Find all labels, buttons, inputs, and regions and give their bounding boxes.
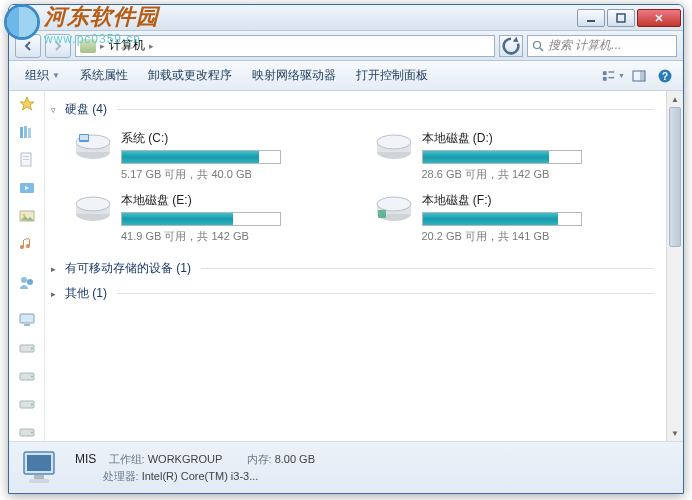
svg-point-29 [31, 404, 33, 406]
svg-rect-3 [603, 71, 607, 75]
drive-capacity-bar [422, 212, 582, 226]
view-options-button[interactable]: ▼ [601, 65, 625, 87]
drive-name: 系统 (C:) [121, 130, 350, 147]
collapse-arrow-icon: ▿ [51, 105, 61, 115]
memory-label: 内存: [247, 453, 272, 465]
drive-status: 41.9 GB 可用，共 142 GB [121, 229, 350, 244]
group-header-hdd[interactable]: ▿ 硬盘 (4) [49, 97, 656, 122]
computer-tree-icon[interactable] [17, 311, 37, 329]
svg-point-21 [27, 279, 33, 285]
crumb-sep-icon: ▸ [100, 41, 105, 51]
scroll-thumb[interactable] [669, 107, 681, 247]
group-label: 有可移动存储的设备 (1) [65, 260, 191, 277]
group-label: 其他 (1) [65, 285, 107, 302]
search-icon [532, 40, 544, 52]
help-button[interactable]: ? [653, 65, 677, 87]
map-network-drive-button[interactable]: 映射网络驱动器 [242, 63, 346, 88]
system-properties-button[interactable]: 系统属性 [70, 63, 138, 88]
uninstall-programs-button[interactable]: 卸载或更改程序 [138, 63, 242, 88]
drive-name: 本地磁盘 (D:) [422, 130, 651, 147]
svg-rect-50 [27, 455, 51, 471]
homegroup-icon[interactable] [17, 273, 37, 291]
breadcrumb-computer[interactable]: 计算机 [109, 37, 145, 54]
workgroup-value: WORKGROUP [148, 453, 222, 465]
svg-rect-16 [23, 159, 29, 160]
svg-rect-0 [587, 20, 595, 22]
svg-point-27 [31, 376, 33, 378]
group-divider [201, 268, 654, 269]
drive-name: 本地磁盘 (F:) [422, 192, 651, 209]
drive-capacity-bar [422, 150, 582, 164]
hdd-icon [73, 130, 113, 162]
drive-f-icon[interactable] [17, 423, 37, 441]
search-placeholder: 搜索 计算机... [548, 37, 621, 54]
group-divider [117, 109, 654, 110]
music-icon[interactable] [17, 235, 37, 253]
drive-item-e[interactable]: 本地磁盘 (E:) 41.9 GB 可用，共 142 GB [71, 190, 352, 246]
close-button[interactable] [637, 9, 681, 27]
drive-capacity-bar [121, 212, 281, 226]
scroll-down-arrow-icon[interactable]: ▼ [667, 425, 683, 441]
drive-status: 28.6 GB 可用，共 142 GB [422, 167, 651, 182]
videos-icon[interactable] [17, 179, 37, 197]
libraries-icon[interactable] [17, 123, 37, 141]
maximize-button[interactable] [607, 9, 635, 27]
svg-rect-4 [609, 71, 615, 72]
svg-text:?: ? [662, 70, 668, 81]
group-header-other[interactable]: ▸ 其他 (1) [49, 281, 656, 306]
scroll-up-arrow-icon[interactable]: ▲ [667, 91, 683, 107]
svg-rect-13 [28, 128, 31, 138]
computer-large-icon [19, 448, 63, 488]
minimize-button[interactable] [577, 9, 605, 27]
details-text: MIS 工作组: WORKGROUP 内存: 8.00 GB 处理器: Inte… [75, 450, 315, 485]
body: ▿ 硬盘 (4) 系统 (C:) 5.17 GB 可用，共 40.0 GB [9, 91, 683, 441]
group-label: 硬盘 (4) [65, 101, 107, 118]
cpu-value: Intel(R) Core(TM) i3-3... [142, 470, 259, 482]
search-input[interactable]: 搜索 计算机... [527, 35, 677, 57]
hdd-icon [73, 192, 113, 224]
drive-capacity-bar [121, 150, 281, 164]
drive-name: 本地磁盘 (E:) [121, 192, 350, 209]
svg-rect-38 [80, 135, 88, 140]
chevron-down-icon: ▼ [618, 72, 625, 79]
preview-pane-button[interactable] [627, 65, 651, 87]
drive-item-c[interactable]: 系统 (C:) 5.17 GB 可用，共 40.0 GB [71, 128, 352, 184]
titlebar [9, 5, 683, 31]
svg-point-20 [21, 277, 27, 283]
computer-name: MIS [75, 452, 96, 466]
svg-rect-48 [378, 210, 386, 218]
nav-back-button[interactable] [15, 34, 41, 58]
drive-status: 5.17 GB 可用，共 40.0 GB [121, 167, 350, 182]
svg-rect-1 [617, 14, 625, 22]
content-scroll[interactable]: ▿ 硬盘 (4) 系统 (C:) 5.17 GB 可用，共 40.0 GB [45, 91, 666, 441]
chevron-down-icon: ▼ [52, 71, 60, 80]
documents-icon[interactable] [17, 151, 37, 169]
drive-item-f[interactable]: 本地磁盘 (F:) 20.2 GB 可用，共 141 GB [372, 190, 653, 246]
group-header-removable[interactable]: ▸ 有可移动存储的设备 (1) [49, 256, 656, 281]
svg-rect-51 [34, 475, 44, 479]
favorites-icon[interactable] [17, 95, 37, 113]
vertical-scrollbar[interactable]: ▲ ▼ [666, 91, 683, 441]
organize-menu[interactable]: 组织▼ [15, 63, 70, 88]
svg-rect-8 [640, 71, 645, 81]
hdd-icon [374, 192, 414, 224]
workgroup-label: 工作组: [109, 453, 145, 465]
drive-e-icon[interactable] [17, 395, 37, 413]
svg-point-47 [377, 197, 411, 211]
svg-point-31 [31, 432, 33, 434]
drive-item-d[interactable]: 本地磁盘 (D:) 28.6 GB 可用，共 142 GB [372, 128, 653, 184]
nav-forward-button[interactable] [45, 34, 71, 58]
refresh-button[interactable] [499, 35, 523, 57]
svg-point-44 [76, 197, 110, 211]
expand-arrow-icon: ▸ [51, 289, 61, 299]
svg-rect-15 [23, 156, 29, 157]
drive-d-icon[interactable] [17, 367, 37, 385]
details-pane: MIS 工作组: WORKGROUP 内存: 8.00 GB 处理器: Inte… [9, 441, 683, 493]
drive-c-icon[interactable] [17, 339, 37, 357]
content-pane: ▿ 硬盘 (4) 系统 (C:) 5.17 GB 可用，共 40.0 GB [45, 91, 666, 441]
svg-rect-6 [609, 76, 615, 77]
open-control-panel-button[interactable]: 打开控制面板 [346, 63, 438, 88]
svg-rect-12 [24, 126, 27, 138]
pictures-icon[interactable] [17, 207, 37, 225]
address-bar[interactable]: ▸ 计算机 ▸ [75, 35, 495, 57]
